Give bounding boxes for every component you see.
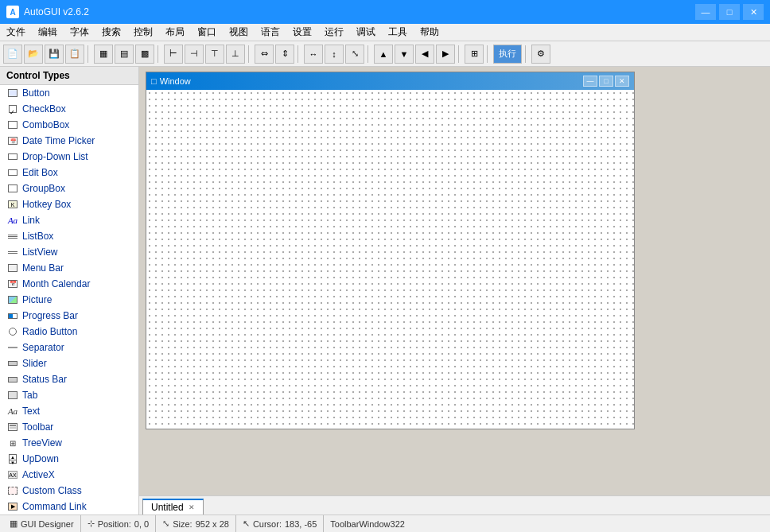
toolbar-btn5[interactable]: ▦ (94, 45, 113, 64)
toolbar-saveas-button[interactable]: 📋 (65, 45, 84, 64)
toolbar-order2[interactable]: ▼ (395, 45, 414, 64)
sidebar-item-listbox[interactable]: ListBox (0, 228, 138, 244)
sidebar-item-custom-class[interactable]: Custom Class (0, 483, 138, 499)
sidebar-item-separator[interactable]: Separator (0, 340, 138, 355)
inner-window: □ Window — □ ✕ (146, 72, 635, 429)
tab-untitled[interactable]: Untitled✕ (142, 499, 204, 515)
sidebar-item-label: Progress Bar (22, 310, 78, 321)
maximize-button[interactable]: □ (719, 4, 740, 20)
sidebar-item-label: Hotkey Box (22, 199, 71, 210)
sidebar-item-label: Tab (22, 390, 37, 401)
toolbar-btn6[interactable]: ▤ (115, 45, 134, 64)
sidebar-item-button[interactable]: Button (0, 85, 138, 101)
toolbar-size2[interactable]: ↕ (325, 45, 344, 64)
toolbar-extra[interactable]: ⚙ (531, 45, 550, 64)
sidebar-item-picture[interactable]: Picture (0, 292, 138, 308)
sidebar-item-link[interactable]: AaLink (0, 212, 138, 228)
app-title: AutoGUI v2.6.2 (24, 6, 89, 17)
sidebar-item-toolbar[interactable]: Toolbar (0, 419, 138, 435)
button-icon (6, 87, 19, 99)
inner-window-minimize[interactable]: — (583, 76, 597, 87)
sidebar-item-date-time-picker[interactable]: 📅Date Time Picker (0, 133, 138, 149)
sidebar-item-text[interactable]: AaText (0, 403, 138, 419)
inner-window-close[interactable]: ✕ (615, 76, 629, 87)
tab-close-button[interactable]: ✕ (189, 503, 195, 511)
sidebar-item-treeview[interactable]: ⊞TreeView (0, 435, 138, 451)
sidebar-item-month-calendar[interactable]: 📅Month Calendar (0, 276, 138, 292)
toolbar-save-button[interactable]: 💾 (45, 45, 64, 64)
sidebar-item-checkbox[interactable]: CheckBox (0, 101, 138, 117)
inner-window-controls: — □ ✕ (583, 76, 629, 87)
toolbar-order3[interactable]: ◀ (415, 45, 434, 64)
toolbar-align3[interactable]: ⊤ (205, 45, 224, 64)
toolbar-tab-order[interactable]: ⊞ (465, 45, 484, 64)
radio-icon (6, 326, 19, 337)
minimize-button[interactable]: — (695, 4, 716, 20)
inner-window-maximize[interactable]: □ (599, 76, 613, 87)
toolbar-size1[interactable]: ↔ (304, 45, 323, 64)
sidebar-item-status-bar[interactable]: Status Bar (0, 371, 138, 387)
sidebar-item-listview[interactable]: ListView (0, 244, 138, 260)
menu-item-语言[interactable]: 语言 (255, 24, 286, 41)
inner-window-titlebar[interactable]: □ Window — □ ✕ (146, 72, 634, 90)
toolbar-sep-6 (458, 45, 461, 63)
menu-item-视图[interactable]: 视图 (223, 24, 255, 41)
title-bar: A AutoGUI v2.6.2 — □ ✕ (0, 0, 770, 24)
status-section-size: ⤡ Size: 952 x 28 (156, 515, 236, 532)
inner-window-body[interactable] (146, 90, 634, 429)
sidebar-item-groupbox[interactable]: GroupBox (0, 181, 138, 196)
sidebar-item-label: Text (22, 406, 40, 417)
menu-item-设置[interactable]: 设置 (286, 24, 318, 41)
toolbar-align1[interactable]: ⊢ (164, 45, 183, 64)
menu-item-搜索[interactable]: 搜索 (95, 24, 127, 41)
status-section-type: ToolbarWindow322 (324, 515, 411, 532)
combo-icon (6, 119, 19, 130)
toolbar-btn7[interactable]: ▩ (135, 45, 154, 64)
toolbar-sep-2 (158, 45, 161, 63)
sidebar-item-combobox[interactable]: ComboBox (0, 117, 138, 133)
toolbar-new-button[interactable]: 📄 (3, 45, 22, 64)
toolbar-size3[interactable]: ⤡ (345, 45, 364, 64)
toolbar-open-button[interactable]: 📂 (24, 45, 43, 64)
menu-item-布局[interactable]: 布局 (159, 24, 191, 41)
menu-item-字体[interactable]: 字体 (64, 24, 95, 41)
sidebar-item-tab[interactable]: Tab (0, 387, 138, 403)
toolbar-run-button[interactable]: 执行 (493, 45, 522, 64)
menu-item-工具[interactable]: 工具 (382, 24, 414, 41)
tab-bar: Untitled✕ (139, 495, 770, 515)
menu-item-运行[interactable]: 运行 (318, 24, 350, 41)
menu-item-文件[interactable]: 文件 (0, 24, 32, 41)
sidebar-item-updown[interactable]: ▲▼UpDown (0, 451, 138, 467)
status-section-designer: ▦ GUI Designer (3, 515, 81, 532)
sidebar-item-radio-button[interactable]: Radio Button (0, 324, 138, 340)
canvas-area[interactable]: □ Window — □ ✕ Untitled✕ (139, 67, 770, 515)
toolbar-order1[interactable]: ▲ (374, 45, 393, 64)
sidebar-item-progress-bar[interactable]: Progress Bar (0, 308, 138, 324)
menu-item-窗口[interactable]: 窗口 (191, 24, 223, 41)
menu-item-帮助[interactable]: 帮助 (414, 24, 445, 41)
close-button[interactable]: ✕ (743, 4, 764, 20)
sidebar-item-slider[interactable]: Slider (0, 355, 138, 371)
menu-item-控制[interactable]: 控制 (127, 24, 159, 41)
checkbox-icon (6, 103, 19, 115)
sidebar-item-label: UpDown (22, 453, 59, 464)
toolbar-dist2[interactable]: ⇕ (275, 45, 294, 64)
toolbar-order4[interactable]: ▶ (436, 45, 455, 64)
toolbar-dist1[interactable]: ⇔ (255, 45, 274, 64)
sidebar-item-edit-box[interactable]: Edit Box (0, 165, 138, 181)
toolbar-align4[interactable]: ⊥ (226, 45, 245, 64)
toolbar-align2[interactable]: ⊣ (185, 45, 204, 64)
position-icon: ⊹ (88, 518, 95, 529)
status-icon (6, 374, 19, 385)
cmd-icon: ▶ (6, 501, 19, 512)
sidebar-item-label: Link (22, 215, 40, 226)
sidebar-item-hotkey-box[interactable]: KHotkey Box (0, 196, 138, 212)
menu-item-调试[interactable]: 调试 (350, 24, 382, 41)
sidebar-item-menu-bar[interactable]: Menu Bar (0, 260, 138, 276)
sidebar-item-activex[interactable]: AXActiveX (0, 467, 138, 483)
sidebar-item-drop-down-list[interactable]: Drop-Down List (0, 149, 138, 165)
sidebar-item-command-link[interactable]: ▶Command Link (0, 499, 138, 515)
sidebar-item-label: ListView (22, 247, 57, 258)
menu-item-编辑[interactable]: 编辑 (32, 24, 64, 41)
sidebar-item-label: Status Bar (22, 374, 67, 385)
